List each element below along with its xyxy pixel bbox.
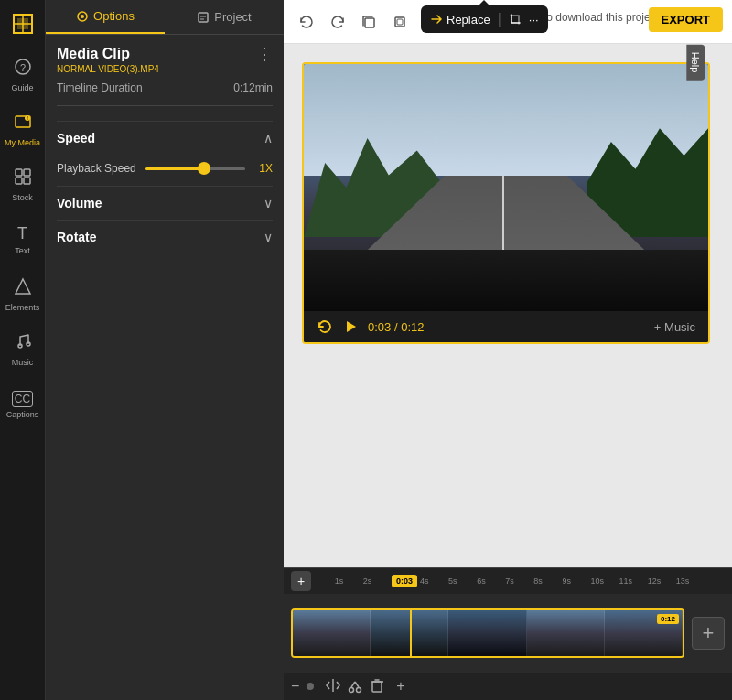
add-clip-button[interactable]: +	[692, 617, 725, 650]
replace-button[interactable]: Replace	[430, 13, 490, 27]
ruler-11s: 11s	[619, 576, 633, 586]
sidebar-item-text[interactable]: T Text	[0, 212, 46, 267]
paste-button[interactable]	[388, 10, 412, 34]
crop-button[interactable]	[509, 13, 522, 26]
playback-speed-slider[interactable]	[145, 167, 245, 170]
cut-tool-button[interactable]	[347, 677, 363, 696]
svg-marker-13	[16, 279, 30, 294]
sidebar-item-label: Guide	[11, 83, 33, 92]
tab-options[interactable]: Options	[46, 0, 165, 34]
ruler-5s: 5s	[448, 576, 458, 586]
playback-speed-value: 1X	[254, 162, 273, 175]
ruler-1s: 1s	[335, 576, 344, 586]
toolbar: Replace | ··· Signup or Login to downloa…	[284, 0, 732, 44]
sidebar-item-stock[interactable]: Stock	[0, 157, 46, 212]
music-icon	[14, 332, 32, 355]
edit-tools	[325, 677, 385, 696]
rotate-chevron-icon: ∨	[264, 230, 273, 244]
sidebar-item-label: Captions	[6, 410, 39, 419]
zoom-in-button[interactable]: +	[396, 678, 404, 695]
volume-section-header[interactable]: Volume ∨	[57, 186, 273, 220]
music-button[interactable]: + Music	[654, 320, 695, 334]
svg-rect-9	[16, 169, 22, 176]
sidebar-item-music[interactable]: Music	[0, 322, 46, 377]
speed-chevron-icon: ∧	[264, 131, 273, 145]
panel-tabs: Options Project	[46, 0, 284, 35]
more-options-button[interactable]: ⋮	[256, 46, 273, 62]
export-button[interactable]: EXPORT	[649, 7, 723, 32]
speed-label: Speed	[57, 131, 95, 145]
duration-value: 0:12min	[233, 81, 273, 94]
canvas-area: 0:03 / 0:12 + Music Help	[284, 44, 732, 567]
ruler-2s: 2s	[363, 576, 372, 586]
zoom-indicator	[307, 683, 314, 690]
timeline-track[interactable]: 0:12	[291, 608, 684, 658]
captions-icon: CC	[12, 391, 33, 407]
tab-project[interactable]: Project	[165, 0, 284, 34]
redo-button[interactable]	[326, 10, 350, 34]
ruler-marks: 1s 2s 3s 4s 5s 6s 7s 8s 9s 10s 11s 12s 1…	[318, 568, 725, 594]
sidebar-item-my-media[interactable]: ! My Media	[0, 102, 46, 157]
sidebar-item-elements[interactable]: Elements	[0, 267, 46, 322]
svg-point-26	[350, 687, 354, 692]
more-popup-button[interactable]: ···	[529, 13, 539, 27]
volume-chevron-icon: ∨	[264, 196, 273, 210]
ruler-12s: 12s	[648, 576, 662, 586]
main-area: Replace | ··· Signup or Login to downloa…	[284, 0, 732, 700]
svg-rect-21	[365, 18, 374, 27]
help-tab[interactable]: Help	[687, 45, 705, 81]
split-tool-button[interactable]	[325, 677, 341, 696]
undo-button[interactable]	[295, 10, 318, 34]
ruler-6s: 6s	[477, 576, 486, 586]
logo	[6, 7, 39, 40]
video-controls: 0:03 / 0:12 + Music	[304, 311, 708, 342]
popup-divider: |	[498, 11, 501, 27]
sidebar: ? Guide ! My Media Stock T Text	[0, 0, 46, 700]
add-timeline-button[interactable]: +	[291, 571, 311, 591]
svg-text:?: ?	[19, 62, 25, 73]
ruler-9s: 9s	[562, 576, 571, 586]
svg-rect-12	[24, 178, 30, 184]
clip-title: Media Clip	[57, 46, 159, 62]
panel-content: Media Clip NORMAL VIDEO(3).MP4 ⋮ Timelin…	[46, 35, 284, 700]
timeline-area: + 1s 2s 3s 4s 5s 6s 7s 8s 9s 10s 11s 12s…	[284, 567, 732, 700]
elements-icon	[14, 277, 32, 300]
stock-icon	[14, 167, 32, 190]
clip-subtitle: NORMAL VIDEO(3).MP4	[57, 64, 159, 74]
track-thumb-4	[527, 610, 605, 656]
speed-section-header[interactable]: Speed ∧	[57, 121, 273, 155]
ruler-10s: 10s	[590, 576, 604, 586]
ruler-13s: 13s	[676, 576, 690, 586]
track-thumb-3	[448, 610, 526, 656]
video-dashboard	[304, 250, 708, 312]
zoom-out-button[interactable]: −	[291, 678, 299, 695]
sidebar-item-guide[interactable]: ? Guide	[0, 48, 46, 102]
time-display: 0:03 / 0:12	[368, 320, 424, 334]
svg-marker-24	[347, 321, 356, 332]
play-button[interactable]	[342, 318, 359, 335]
playback-speed-row: Playback Speed 1X	[57, 162, 273, 175]
timeline-bottom: −	[284, 673, 732, 700]
speed-content: Playback Speed 1X	[57, 162, 273, 186]
replace-popup: Replace | ···	[421, 5, 548, 33]
sidebar-item-captions[interactable]: CC Captions	[0, 377, 46, 432]
sidebar-item-label: Stock	[12, 193, 33, 202]
track-thumb-1	[293, 610, 371, 656]
svg-point-17	[81, 15, 84, 18]
sidebar-item-label: My Media	[5, 138, 40, 147]
copy-button[interactable]	[357, 10, 381, 34]
svg-rect-30	[372, 682, 382, 692]
svg-rect-18	[199, 13, 208, 22]
playhead-line	[410, 610, 412, 656]
guide-icon: ?	[14, 58, 32, 81]
delete-tool-button[interactable]	[369, 677, 385, 696]
timeline-duration-row: Timeline Duration 0:12min	[57, 81, 273, 106]
rotate-section-header[interactable]: Rotate ∨	[57, 220, 273, 253]
video-frame	[304, 64, 708, 311]
timeline-track-area: 0:12 +	[284, 594, 732, 673]
svg-point-27	[357, 687, 361, 692]
sidebar-item-label: Elements	[5, 303, 40, 312]
restart-button[interactable]	[317, 318, 333, 335]
svg-line-29	[355, 682, 359, 687]
rotate-label: Rotate	[57, 230, 97, 244]
